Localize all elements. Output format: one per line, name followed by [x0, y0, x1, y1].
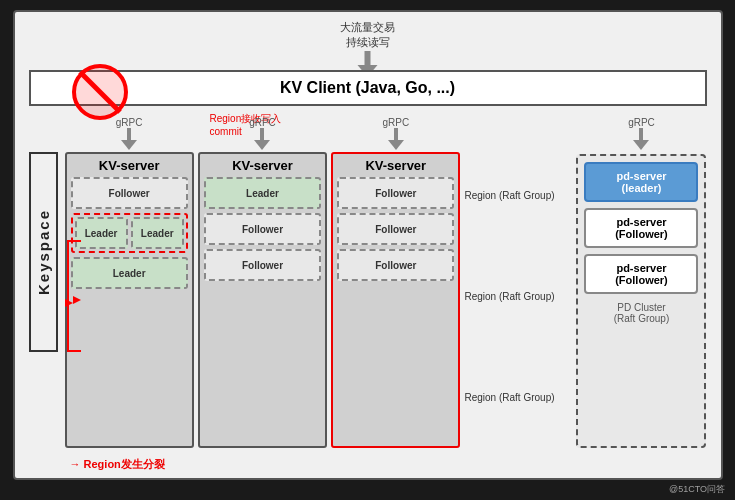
leader-line-bottom — [67, 350, 81, 352]
kv3-rows: Follower Follower Follower — [337, 177, 454, 442]
leader-arrow-right — [73, 295, 83, 305]
kv3-row3: Follower — [337, 249, 454, 281]
leader-line-top — [67, 240, 81, 242]
kv-server-title-3: KV-server — [337, 158, 454, 173]
kv-server-2-col: gRPC KV-server Leader Follower Followe — [198, 117, 327, 448]
kv-server-3-col: gRPC KV-server Follower Follower Follo — [331, 117, 460, 448]
kv2-row2: Follower — [204, 213, 321, 245]
kv3-row1: Follower — [337, 177, 454, 209]
kv-server-box-1: KV-server Follower Leader Leader Leader — [65, 152, 194, 448]
svg-marker-3 — [73, 296, 81, 304]
pd-cluster-label: PD Cluster (Raft Group) — [584, 302, 698, 324]
grpc-label-3: gRPC — [331, 117, 460, 150]
region-label-3: Region (Raft Group) — [464, 379, 572, 417]
top-flow-line2: 持续读写 — [346, 36, 390, 48]
grpc-arrow-3 — [388, 128, 404, 150]
kv1-row1: Follower — [71, 177, 188, 209]
kv1-r2-c1: Leader — [75, 217, 128, 249]
servers-area: gRPC KV-server Follower Leader Leader — [65, 117, 707, 448]
pd-grpc-arrow — [633, 128, 649, 150]
kv-server-title-2: KV-server — [204, 158, 321, 173]
pd-area: gRPC pd-server(leader) pd-server(Followe… — [576, 117, 706, 448]
grpc-arrow-2 — [254, 128, 270, 150]
kv2-rows: Leader Follower Follower — [204, 177, 321, 442]
pd-server-follower-1: pd-server(Follower) — [584, 208, 698, 248]
leader-line-vertical — [67, 240, 69, 350]
pd-servers-group: pd-server(leader) pd-server(Follower) pd… — [576, 154, 706, 448]
kv-server-title-1: KV-server — [71, 158, 188, 173]
kv3-r1-c1: Follower — [337, 177, 454, 209]
leader-right-icon — [73, 295, 83, 305]
kv1-row2: Leader Leader — [71, 213, 188, 253]
pd-server-leader: pd-server(leader) — [584, 162, 698, 202]
kv-client-label: KV Client (Java, Go, ...) — [280, 79, 455, 97]
kv1-r3-c1: Leader — [71, 257, 188, 289]
kv3-r2-c1: Follower — [337, 213, 454, 245]
watermark: @51CTO问答 — [669, 483, 725, 496]
keyspace-text: Keyspace — [29, 152, 58, 352]
pd-grpc-label: gRPC — [576, 117, 706, 150]
top-flow-area: 大流量交易 持续读写 — [340, 20, 395, 77]
kv2-r3-c1: Follower — [204, 249, 321, 281]
kv1-r1-c1: Follower — [71, 177, 188, 209]
kv3-row2: Follower — [337, 213, 454, 245]
no-symbol-icon — [70, 62, 130, 122]
region-label-1: Region (Raft Group) — [464, 177, 572, 215]
kv2-row3: Follower — [204, 249, 321, 281]
kv2-r2-c1: Follower — [204, 213, 321, 245]
keyspace-label: Keyspace — [29, 152, 58, 412]
kv1-r2-c2: Leader — [131, 217, 184, 249]
main-container: 大流量交易 持续读写 KV Client (Java, Go, ...) Key… — [13, 10, 723, 480]
region-labels-col: Region (Raft Group) Region (Raft Group) … — [464, 117, 572, 448]
kv-server-1-col: gRPC KV-server Follower Leader Leader — [65, 117, 194, 448]
pd-server-follower-2: pd-server(Follower) — [584, 254, 698, 294]
grpc-label-2: gRPC — [198, 117, 327, 150]
kv-client-box: KV Client (Java, Go, ...) — [29, 70, 707, 106]
kv-server-box-3: KV-server Follower Follower Follower — [331, 152, 460, 448]
kv2-r1-c1: Leader — [204, 177, 321, 209]
kv1-row3: Leader — [71, 257, 188, 289]
top-flow-line1: 大流量交易 — [340, 21, 395, 33]
region-label-2: Region (Raft Group) — [464, 278, 572, 316]
kv-server-box-2: KV-server Leader Follower Follower — [198, 152, 327, 448]
kv1-rows: Follower Leader Leader Leader — [71, 177, 188, 442]
grpc-arrow-1 — [121, 128, 137, 150]
kv2-row1: Leader — [204, 177, 321, 209]
kv3-r3-c1: Follower — [337, 249, 454, 281]
region-split-label: → Region发生分裂 — [70, 457, 165, 472]
